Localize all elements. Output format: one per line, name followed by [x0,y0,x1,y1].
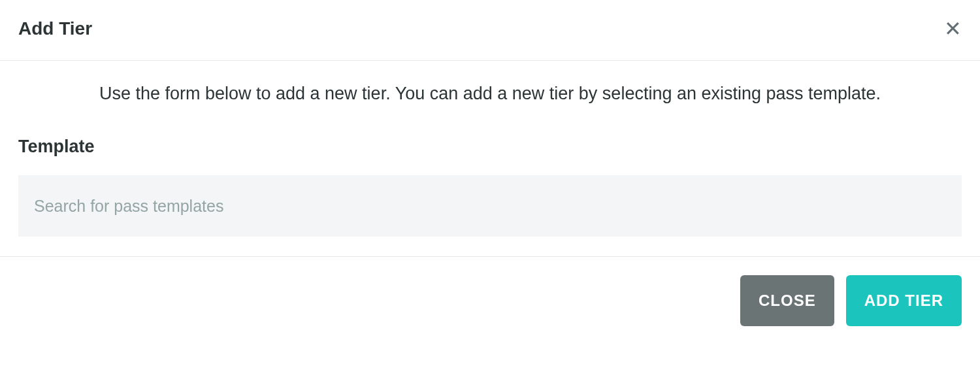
modal-header: Add Tier ✕ [0,0,980,61]
modal-body: Use the form below to add a new tier. Yo… [0,61,980,257]
close-icon[interactable]: ✕ [944,18,962,39]
add-tier-button[interactable]: ADD TIER [846,275,962,326]
modal-footer: CLOSE ADD TIER [0,257,980,344]
instruction-text: Use the form below to add a new tier. Yo… [18,82,962,105]
template-label: Template [18,137,962,157]
close-button[interactable]: CLOSE [740,275,834,326]
template-search-input[interactable] [18,175,962,237]
modal-title: Add Tier [18,18,92,39]
